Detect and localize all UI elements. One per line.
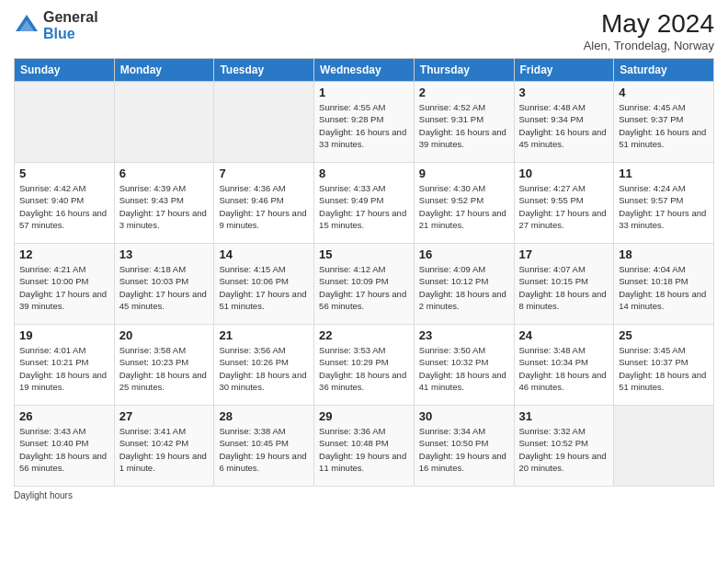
sunrise-text: Sunrise: 3:36 AM [319,426,385,436]
sunrise-text: Sunrise: 4:01 AM [19,345,85,355]
sunset-text: Sunset: 9:28 PM [319,114,383,124]
calendar-cell: 14Sunrise: 4:15 AMSunset: 10:06 PMDaylig… [214,244,314,325]
calendar-cell: 24Sunrise: 3:48 AMSunset: 10:34 PMDaylig… [514,325,614,406]
calendar: SundayMondayTuesdayWednesdayThursdayFrid… [14,58,714,487]
header: General Blue May 2024 Alen, Trondelag, N… [14,9,714,52]
day-number: 18 [619,247,709,261]
calendar-cell: 23Sunrise: 3:50 AMSunset: 10:32 PMDaylig… [414,325,514,406]
day-number: 26 [19,409,109,423]
sunset-text: Sunset: 9:40 PM [19,195,84,205]
daylight-text: Daylight: 17 hours and 45 minutes. [119,289,207,311]
day-info: Sunrise: 4:07 AMSunset: 10:15 PMDaylight… [519,263,609,312]
sunrise-text: Sunrise: 3:32 AM [519,426,586,436]
calendar-cell: 22Sunrise: 3:53 AMSunset: 10:29 PMDaylig… [314,325,415,406]
calendar-week-5: 26Sunrise: 3:43 AMSunset: 10:40 PMDaylig… [15,406,714,487]
sunset-text: Sunset: 10:37 PM [619,357,688,367]
calendar-cell: 16Sunrise: 4:09 AMSunset: 10:12 PMDaylig… [414,244,514,325]
sunset-text: Sunset: 10:12 PM [419,276,489,286]
day-number: 3 [519,86,609,99]
sunset-text: Sunset: 9:49 PM [319,195,383,205]
daylight-text: Daylight: 19 hours and 16 minutes. [419,451,506,473]
calendar-cell [614,406,714,487]
daylight-text: Daylight: 17 hours and 9 minutes. [219,208,306,230]
calendar-cell: 21Sunrise: 3:56 AMSunset: 10:26 PMDaylig… [214,325,314,406]
calendar-cell: 19Sunrise: 4:01 AMSunset: 10:21 PMDaylig… [15,325,115,406]
sunrise-text: Sunrise: 3:38 AM [219,426,285,436]
sunrise-text: Sunrise: 4:48 AM [519,102,586,112]
daylight-text: Daylight: 16 hours and 45 minutes. [519,127,607,149]
day-info: Sunrise: 4:48 AMSunset: 9:34 PMDaylight:… [519,101,609,150]
daylight-text: Daylight: 19 hours and 11 minutes. [319,451,406,473]
sunrise-text: Sunrise: 4:21 AM [19,264,85,274]
sunset-text: Sunset: 9:57 PM [619,195,683,205]
footer-note: Daylight hours [14,490,714,500]
day-info: Sunrise: 4:21 AMSunset: 10:00 PMDaylight… [19,263,109,312]
day-number: 14 [219,247,309,261]
day-info: Sunrise: 4:12 AMSunset: 10:09 PMDaylight… [319,263,409,312]
col-header-friday: Friday [514,59,614,82]
calendar-cell: 5Sunrise: 4:42 AMSunset: 9:40 PMDaylight… [15,163,115,244]
daylight-text: Daylight: 16 hours and 57 minutes. [19,208,107,230]
daylight-text: Daylight: 17 hours and 39 minutes. [19,289,107,311]
calendar-week-4: 19Sunrise: 4:01 AMSunset: 10:21 PMDaylig… [15,325,714,406]
day-number: 20 [119,328,210,342]
col-header-monday: Monday [114,59,214,82]
day-number: 9 [419,167,509,180]
daylight-text: Daylight: 17 hours and 33 minutes. [619,208,706,230]
day-info: Sunrise: 4:33 AMSunset: 9:49 PMDaylight:… [319,182,409,231]
day-number: 24 [519,328,609,342]
calendar-cell: 28Sunrise: 3:38 AMSunset: 10:45 PMDaylig… [214,406,314,487]
sunrise-text: Sunrise: 3:48 AM [519,345,586,355]
daylight-text: Daylight: 18 hours and 36 minutes. [319,370,406,392]
calendar-cell: 31Sunrise: 3:32 AMSunset: 10:52 PMDaylig… [514,406,614,487]
day-number: 10 [519,167,609,180]
day-info: Sunrise: 3:48 AMSunset: 10:34 PMDaylight… [519,344,609,393]
calendar-cell: 26Sunrise: 3:43 AMSunset: 10:40 PMDaylig… [15,406,115,487]
sunset-text: Sunset: 10:29 PM [319,357,389,367]
sunset-text: Sunset: 9:31 PM [419,114,483,124]
logo-text: General Blue [43,9,98,41]
day-info: Sunrise: 3:34 AMSunset: 10:50 PMDaylight… [419,425,509,474]
sunset-text: Sunset: 10:26 PM [219,357,289,367]
daylight-text: Daylight: 17 hours and 21 minutes. [419,208,506,230]
sunset-text: Sunset: 10:34 PM [519,357,589,367]
day-number: 13 [119,247,210,261]
daylight-text: Daylight: 18 hours and 41 minutes. [419,370,506,392]
day-number: 12 [19,247,109,261]
col-header-sunday: Sunday [15,59,115,82]
daylight-text: Daylight: 16 hours and 51 minutes. [619,127,706,149]
daylight-text: Daylight: 16 hours and 39 minutes. [419,127,506,149]
day-info: Sunrise: 4:42 AMSunset: 9:40 PMDaylight:… [19,182,109,231]
daylight-label: Daylight hours [14,490,73,500]
day-info: Sunrise: 4:30 AMSunset: 9:52 PMDaylight:… [419,182,509,231]
calendar-cell: 17Sunrise: 4:07 AMSunset: 10:15 PMDaylig… [514,244,614,325]
day-info: Sunrise: 3:38 AMSunset: 10:45 PMDaylight… [219,425,309,474]
sunrise-text: Sunrise: 3:58 AM [119,345,186,355]
sunset-text: Sunset: 10:42 PM [119,438,189,448]
sunset-text: Sunset: 10:00 PM [19,276,89,286]
calendar-cell: 29Sunrise: 3:36 AMSunset: 10:48 PMDaylig… [314,406,415,487]
day-number: 19 [19,328,109,342]
day-number: 22 [319,328,409,342]
day-number: 17 [519,247,609,261]
day-number: 16 [419,247,509,261]
day-info: Sunrise: 4:15 AMSunset: 10:06 PMDaylight… [219,263,309,312]
day-number: 27 [119,409,210,423]
daylight-text: Daylight: 17 hours and 51 minutes. [219,289,306,311]
col-header-wednesday: Wednesday [314,59,415,82]
day-number: 6 [119,167,210,180]
day-number: 5 [19,167,109,180]
sunrise-text: Sunrise: 4:07 AM [519,264,586,274]
calendar-cell: 8Sunrise: 4:33 AMSunset: 9:49 PMDaylight… [314,163,415,244]
calendar-week-2: 5Sunrise: 4:42 AMSunset: 9:40 PMDaylight… [15,163,714,244]
calendar-cell: 11Sunrise: 4:24 AMSunset: 9:57 PMDayligh… [614,163,714,244]
day-info: Sunrise: 4:52 AMSunset: 9:31 PMDaylight:… [419,101,509,150]
day-number: 23 [419,328,509,342]
sunrise-text: Sunrise: 4:42 AM [19,183,85,193]
sunset-text: Sunset: 10:09 PM [319,276,389,286]
sunset-text: Sunset: 10:18 PM [619,276,688,286]
calendar-cell: 12Sunrise: 4:21 AMSunset: 10:00 PMDaylig… [15,244,115,325]
page: General Blue May 2024 Alen, Trondelag, N… [0,0,728,563]
sunrise-text: Sunrise: 4:33 AM [319,183,385,193]
sunset-text: Sunset: 10:03 PM [119,276,189,286]
